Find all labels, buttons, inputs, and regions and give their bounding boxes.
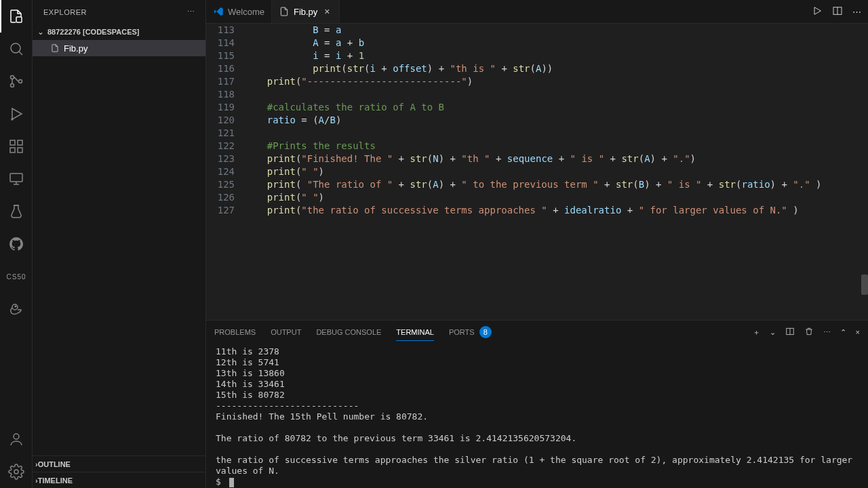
split-terminal-icon[interactable] (785, 327, 795, 338)
activity-accounts-icon[interactable] (0, 423, 33, 455)
kill-terminal-icon[interactable] (804, 327, 814, 338)
new-terminal-icon[interactable]: ＋ (753, 327, 760, 338)
tab-problems[interactable]: PROBLEMS (214, 324, 256, 340)
run-icon[interactable] (812, 5, 823, 18)
tab-label: Welcome (228, 7, 264, 17)
activity-remote-explorer-icon[interactable] (0, 163, 33, 195)
activity-cs50-icon[interactable]: CS50 (0, 260, 33, 293)
tab-fib[interactable]: Fib.py × (272, 0, 340, 23)
workspace-section[interactable]: ⌄ 88722276 [CODESPACES] (33, 24, 205, 40)
activity-settings-icon[interactable] (0, 455, 33, 488)
activity-bar: CS50 (0, 0, 33, 488)
svg-point-5 (12, 119, 13, 120)
minimap-scrollbar[interactable] (861, 274, 868, 295)
svg-rect-9 (18, 140, 22, 145)
terminal-dropdown-icon[interactable]: ⌄ (770, 328, 776, 337)
line-gutter: 1131141151161171181191201211221231241251… (206, 24, 244, 320)
file-tree-item[interactable]: Fib.py (33, 40, 205, 56)
bottom-panel: PROBLEMS OUTPUT DEBUG CONSOLE TERMINAL P… (206, 320, 868, 488)
svg-rect-7 (10, 148, 15, 152)
maximize-panel-icon[interactable]: ⌃ (840, 328, 846, 337)
svg-rect-8 (18, 148, 22, 152)
workspace-name: 88722276 [CODESPACES] (47, 28, 140, 36)
svg-point-12 (15, 306, 16, 307)
close-panel-icon[interactable]: × (856, 328, 860, 336)
close-icon[interactable]: × (321, 6, 332, 17)
file-name: Fib.py (64, 43, 87, 54)
svg-point-4 (19, 80, 22, 83)
tab-output[interactable]: OUTPUT (271, 324, 301, 340)
panel-tabs: PROBLEMS OUTPUT DEBUG CONSOLE TERMINAL P… (206, 321, 868, 344)
svg-line-1 (19, 52, 22, 55)
explorer-title: EXPLORER (43, 8, 87, 16)
activity-source-control-icon[interactable] (0, 65, 33, 98)
activity-extensions-icon[interactable] (0, 130, 33, 163)
explorer-header: EXPLORER ⋯ (33, 0, 205, 24)
svg-point-3 (11, 84, 14, 87)
tab-debug-console[interactable]: DEBUG CONSOLE (316, 324, 381, 340)
explorer-more-icon[interactable]: ⋯ (187, 7, 195, 16)
python-file-icon (50, 43, 60, 53)
explorer-sidebar: EXPLORER ⋯ ⌄ 88722276 [CODESPACES] Fib.p… (33, 0, 206, 488)
chevron-down-icon: ⌄ (35, 27, 46, 37)
terminal-content[interactable]: 11th is 237812th is 574113th is 1386014t… (206, 344, 868, 488)
tab-ports[interactable]: PORTS (449, 324, 475, 340)
more-icon[interactable]: ⋯ (852, 7, 861, 17)
editor-area: Welcome Fib.py × ⋯ 113114115116117118119… (206, 0, 868, 488)
ports-badge: 8 (479, 326, 492, 338)
svg-point-2 (11, 76, 14, 79)
tab-label: Fib.py (294, 7, 317, 17)
code-content[interactable]: B = a A = a + b i = i + 1 print(str(i + … (244, 24, 868, 320)
activity-duck-icon[interactable] (0, 293, 33, 325)
svg-point-13 (14, 434, 19, 439)
svg-rect-10 (10, 174, 22, 182)
code-editor[interactable]: 1131141151161171181191201211221231241251… (206, 24, 868, 320)
svg-point-0 (11, 43, 20, 53)
svg-rect-6 (10, 140, 15, 145)
python-file-icon (279, 6, 290, 17)
timeline-label: TIMELINE (38, 476, 73, 485)
tab-welcome[interactable]: Welcome (206, 0, 272, 23)
split-editor-icon[interactable] (832, 5, 843, 18)
more-icon[interactable]: ⋯ (823, 328, 831, 337)
activity-run-debug-icon[interactable] (0, 98, 33, 130)
timeline-section[interactable]: › TIMELINE (33, 472, 205, 488)
editor-tabs: Welcome Fib.py × ⋯ (206, 0, 868, 24)
outline-label: OUTLINE (38, 460, 71, 468)
activity-github-icon[interactable] (0, 228, 33, 260)
outline-section[interactable]: › OUTLINE (33, 455, 205, 472)
activity-search-icon[interactable] (0, 33, 33, 65)
vscode-icon (213, 6, 224, 17)
activity-explorer-icon[interactable] (0, 0, 33, 33)
tab-terminal[interactable]: TERMINAL (396, 324, 434, 341)
activity-testing-icon[interactable] (0, 195, 33, 228)
svg-point-14 (14, 470, 18, 474)
